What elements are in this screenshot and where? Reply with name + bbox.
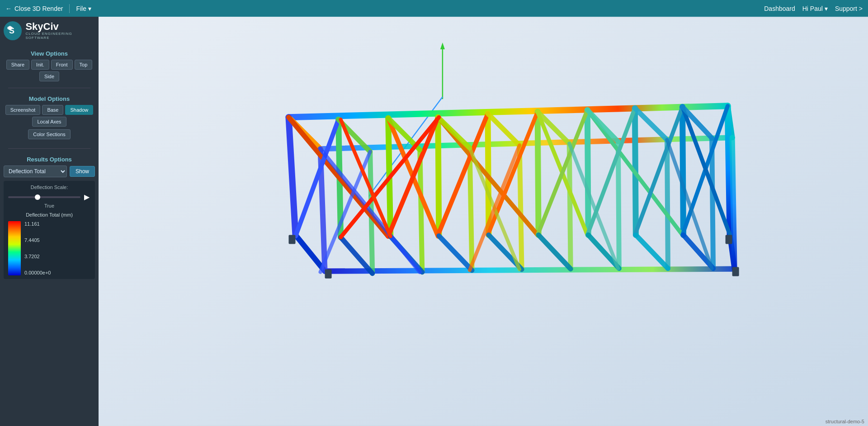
- share-button[interactable]: Share: [6, 60, 29, 70]
- divider-1: [8, 88, 90, 88]
- svg-line-26: [587, 110, 588, 235]
- model-options-title: Model Options: [29, 95, 70, 102]
- file-caret-icon: ▾: [88, 5, 91, 12]
- scale-value-mid-low: 3.7202: [24, 254, 51, 259]
- logo-text: SkyCiv CLOUD ENGINEERING SOFTWARE: [25, 22, 95, 40]
- divider-2: [8, 148, 90, 149]
- deflection-scale-label: Deflection Scale:: [8, 185, 90, 190]
- view-options-buttons: Share Init. Front Top Side: [4, 60, 95, 81]
- svg-line-25: [538, 112, 538, 235]
- close-3d-render-button[interactable]: ← Close 3D Render: [5, 5, 63, 12]
- play-button[interactable]: ▶: [83, 193, 90, 201]
- slider-row: ▶: [8, 193, 90, 201]
- navbar-right: Dashboard Hi Paul ▾ Support >: [764, 5, 863, 12]
- show-button[interactable]: Show: [70, 166, 95, 177]
- main-area: S SkyCiv CLOUD ENGINEERING SOFTWARE View…: [0, 17, 868, 426]
- screenshot-button[interactable]: Screenshot: [5, 105, 41, 115]
- svg-rect-76: [325, 270, 332, 279]
- results-options-title: Results Options: [27, 156, 72, 163]
- front-button[interactable]: Front: [51, 60, 73, 70]
- scale-value-min: 0.00000e+0: [24, 270, 51, 275]
- render-area[interactable]: S1 PP S (4.60): [99, 17, 868, 426]
- svg-line-36: [712, 138, 713, 268]
- frame-3d-render: [99, 17, 868, 426]
- color-sections-button[interactable]: Color Sections: [28, 129, 71, 139]
- color-sections-row: Color Sections: [28, 129, 71, 142]
- svg-line-20: [732, 137, 735, 269]
- deflection-total-mm-label: Deflection Total (mm): [8, 212, 90, 218]
- svg-line-32: [519, 145, 522, 269]
- color-scale-container: 11.161 7.4405 3.7202 0.00000e+0: [8, 221, 90, 275]
- svg-point-3: [9, 26, 11, 30]
- svg-rect-77: [726, 235, 732, 244]
- results-type-select[interactable]: Deflection Total Deflection X Deflection…: [4, 166, 67, 177]
- file-menu-button[interactable]: File ▾: [76, 5, 91, 12]
- svg-line-35: [667, 140, 668, 268]
- skyciv-logo-icon: S: [4, 21, 22, 40]
- base-button[interactable]: Base: [42, 105, 63, 115]
- hi-paul-caret-icon: ▾: [825, 5, 828, 12]
- svg-line-23: [438, 117, 439, 236]
- svg-line-19: [728, 106, 730, 235]
- svg-line-30: [420, 150, 422, 272]
- sidebar-logo: S SkyCiv CLOUD ENGINEERING SOFTWARE: [4, 21, 95, 40]
- svg-line-33: [569, 143, 571, 269]
- arrow-left-icon: ←: [5, 5, 12, 12]
- results-dropdown-row: Deflection Total Deflection X Deflection…: [4, 166, 95, 177]
- support-dropdown[interactable]: Support >: [835, 5, 863, 12]
- side-button[interactable]: Side: [39, 71, 59, 81]
- sidebar: S SkyCiv CLOUD ENGINEERING SOFTWARE View…: [0, 17, 99, 426]
- local-axes-button[interactable]: Local Axes: [32, 117, 66, 127]
- navbar: ← Close 3D Render File ▾ Dashboard Hi Pa…: [0, 0, 868, 17]
- deflection-scale-box: Deflection Scale: ▶ True Deflection Tota…: [4, 181, 95, 279]
- dashboard-link[interactable]: Dashboard: [764, 5, 795, 12]
- top-button[interactable]: Top: [75, 60, 93, 70]
- init-button[interactable]: Init.: [31, 60, 49, 70]
- navbar-left: ← Close 3D Render File ▾: [5, 4, 91, 13]
- svg-line-34: [618, 142, 619, 268]
- navbar-divider: [69, 4, 70, 13]
- view-options-title: View Options: [31, 50, 68, 57]
- svg-line-14: [325, 269, 735, 271]
- color-scale-bar: [8, 221, 21, 275]
- hi-paul-dropdown[interactable]: Hi Paul ▾: [802, 5, 828, 12]
- true-label: True: [8, 203, 90, 208]
- svg-rect-78: [732, 267, 739, 276]
- deflection-scale-slider[interactable]: [8, 196, 80, 198]
- shadow-button[interactable]: Shadow: [65, 105, 93, 115]
- svg-rect-75: [288, 235, 295, 244]
- scale-value-mid-high: 7.4405: [24, 237, 51, 243]
- scale-values: 11.161 7.4405 3.7202 0.00000e+0: [24, 221, 51, 275]
- svg-rect-4: [99, 18, 868, 425]
- svg-line-31: [470, 148, 472, 270]
- svg-line-28: [683, 107, 684, 235]
- model-options-buttons: Screenshot Base Shadow Local Axes: [4, 105, 95, 127]
- scale-value-max: 11.161: [24, 221, 51, 227]
- demo-label: structural-demo-5: [826, 419, 864, 424]
